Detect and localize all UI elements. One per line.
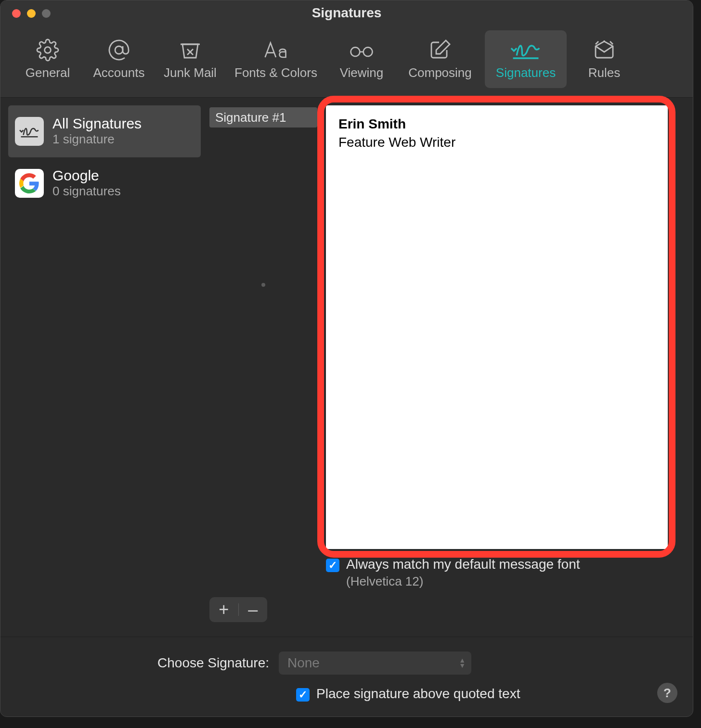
tab-label: Composing	[408, 65, 472, 80]
place-above-row: ✓ Place signature above quoted text	[296, 686, 675, 702]
place-above-label: Place signature above quoted text	[316, 686, 520, 702]
tab-label: Fonts & Colors	[234, 65, 317, 80]
google-icon	[15, 169, 44, 198]
tab-label: Viewing	[340, 65, 384, 80]
tab-label: Signatures	[496, 65, 556, 80]
svg-point-0	[45, 47, 51, 53]
svg-point-2	[351, 47, 360, 56]
compose-icon	[428, 38, 452, 63]
tab-general[interactable]: General	[14, 30, 81, 88]
window-title: Signatures	[0, 5, 693, 21]
sidebar-item-all-signatures[interactable]: All Signatures 1 signature	[8, 105, 201, 157]
place-above-checkbox[interactable]: ✓	[296, 688, 310, 702]
accounts-sidebar: All Signatures 1 signature Google 0 sign…	[8, 105, 201, 637]
tab-fonts-colors[interactable]: Fonts & Colors	[228, 30, 324, 88]
match-font-row: ✓ Always match my default message font (…	[326, 557, 685, 589]
traffic-lights	[12, 9, 51, 18]
tab-composing[interactable]: Composing	[399, 30, 481, 88]
signature-subtitle-line: Feature Web Writer	[338, 133, 655, 152]
tab-viewing[interactable]: Viewing	[328, 30, 395, 88]
signature-count: 1 signature	[52, 131, 142, 148]
title-bar: Signatures	[0, 0, 693, 26]
signature-list-item[interactable]: Signature #1	[209, 107, 317, 128]
tab-label: Junk Mail	[164, 65, 217, 80]
signature-count: 0 signatures	[52, 183, 121, 200]
gear-icon	[36, 38, 59, 63]
resize-handle-dot[interactable]	[261, 283, 265, 287]
svg-point-1	[115, 46, 123, 54]
account-name: Google	[52, 167, 121, 183]
footer: Choose Signature: None ▲▼ ✓ Place signat…	[0, 637, 693, 713]
at-sign-icon	[107, 38, 130, 63]
match-font-sub: (Helvetica 12)	[346, 574, 580, 589]
match-font-label: Always match my default message font	[346, 557, 580, 572]
signatures-content: All Signatures 1 signature Google 0 sign…	[0, 98, 693, 637]
add-signature-button[interactable]: +	[209, 601, 238, 618]
account-name: All Signatures	[52, 115, 142, 131]
remove-signature-button[interactable]: –	[239, 601, 268, 618]
choose-signature-select[interactable]: None ▲▼	[279, 651, 471, 675]
glasses-icon	[348, 38, 375, 63]
tab-signatures[interactable]: Signatures	[485, 30, 567, 88]
signature-icon	[509, 38, 542, 63]
close-window-button[interactable]	[12, 9, 21, 18]
rules-icon	[593, 38, 616, 63]
tab-junk-mail[interactable]: Junk Mail	[156, 30, 224, 88]
add-remove-control: + –	[209, 597, 267, 622]
chevron-updown-icon: ▲▼	[459, 658, 466, 668]
choose-signature-label: Choose Signature:	[19, 655, 269, 671]
match-font-checkbox[interactable]: ✓	[326, 559, 339, 572]
preferences-window: Signatures General Accounts Junk Mail Fo…	[0, 0, 693, 717]
font-icon	[262, 38, 289, 63]
editor-column: Erin Smith Feature Web Writer ✓ Always m…	[326, 105, 685, 637]
tab-label: Rules	[588, 65, 620, 80]
zoom-window-button[interactable]	[42, 9, 51, 18]
svg-point-3	[363, 47, 373, 56]
select-value: None	[287, 655, 320, 671]
tab-rules[interactable]: Rules	[571, 30, 638, 88]
signature-list-column: Signature #1 + –	[209, 105, 317, 637]
minimize-window-button[interactable]	[27, 9, 36, 18]
signature-name-line: Erin Smith	[338, 115, 655, 133]
tab-label: Accounts	[93, 65, 145, 80]
trash-x-icon	[179, 38, 202, 63]
help-button[interactable]: ?	[657, 683, 677, 703]
sidebar-item-google[interactable]: Google 0 signatures	[8, 157, 201, 209]
signature-name: Signature #1	[215, 110, 286, 125]
choose-signature-row: Choose Signature: None ▲▼	[19, 651, 675, 675]
signature-editor[interactable]: Erin Smith Feature Web Writer	[326, 105, 668, 549]
tab-label: General	[26, 65, 70, 80]
signature-icon	[15, 117, 44, 146]
tab-accounts[interactable]: Accounts	[85, 30, 153, 88]
preferences-toolbar: General Accounts Junk Mail Fonts & Color…	[0, 26, 693, 98]
